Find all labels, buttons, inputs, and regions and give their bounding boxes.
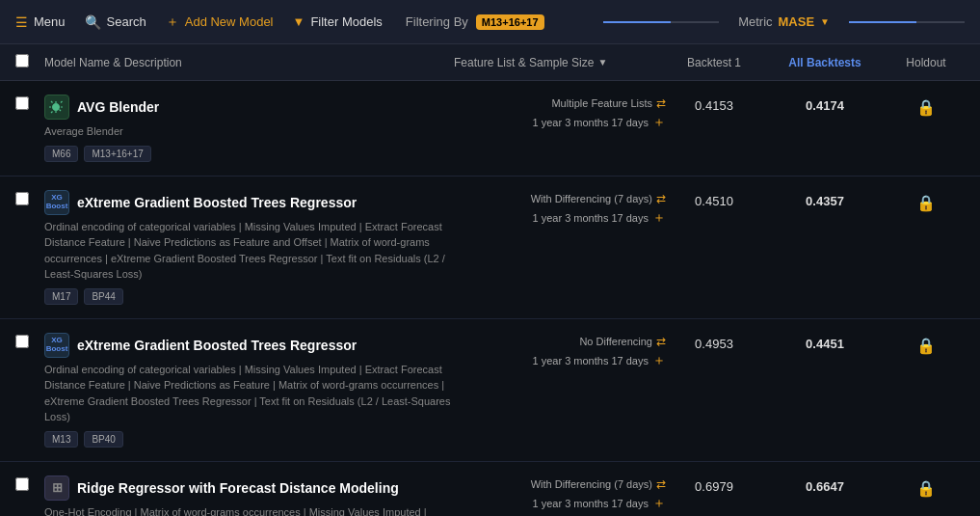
holdout-col-m1: 🔒 xyxy=(887,95,965,117)
feature-date-m3: 1 year 3 months 17 days xyxy=(533,355,649,367)
filter-icon: ▼ xyxy=(293,14,305,29)
model-icon-m4: ⊞ xyxy=(44,475,69,501)
model-desc-m2: Ordinal encoding of categorical variable… xyxy=(44,219,454,283)
metric-value: MASE xyxy=(779,14,815,29)
metric-line-2 xyxy=(849,21,965,23)
plus-nav-icon: ＋ xyxy=(166,14,179,31)
model-tag[interactable]: M13+16+17 xyxy=(84,146,150,162)
model-name-m4: Ridge Regressor with Forecast Distance M… xyxy=(77,480,399,496)
menu-icon: ☰ xyxy=(15,14,28,30)
share-icon-m1[interactable]: ⇄ xyxy=(656,96,666,110)
metric-label: Metric xyxy=(738,14,772,29)
checkbox-m1[interactable] xyxy=(15,96,29,110)
backtest1-val-m2: 0.4510 xyxy=(666,190,762,208)
table-header: Model Name & Description Feature List & … xyxy=(0,44,980,81)
feature-date-m2: 1 year 3 months 17 days xyxy=(533,212,649,224)
allbacktests-val-m4: 0.6647 xyxy=(762,475,887,494)
model-desc-m1: Average Blender xyxy=(44,123,454,140)
table-body: AVG Blender Average Blender M66M13+16+17… xyxy=(0,81,980,516)
share-icon-m4[interactable]: ⇄ xyxy=(656,477,666,491)
feature-filter-icon[interactable]: ▼ xyxy=(597,57,607,68)
filter-models-button[interactable]: ▼ Filter Models xyxy=(293,14,383,29)
col-model-header: Model Name & Description xyxy=(44,56,454,69)
lock-icon-m2: 🔒 xyxy=(916,194,936,212)
row-checkbox-m3[interactable] xyxy=(15,333,44,351)
model-name-m1: AVG Blender xyxy=(77,99,159,115)
share-icon-m3[interactable]: ⇄ xyxy=(656,335,666,348)
table-row: ⊞ Ridge Regressor with Forecast Distance… xyxy=(0,462,980,517)
feature-col-m3: No Differencing ⇄ 1 year 3 months 17 day… xyxy=(454,333,666,369)
backtest1-val-m1: 0.4153 xyxy=(666,95,762,113)
model-desc-m3: Ordinal encoding of categorical variable… xyxy=(44,362,454,425)
allbacktests-val-m3: 0.4451 xyxy=(762,333,887,351)
feature-col-m1: Multiple Feature Lists ⇄ 1 year 3 months… xyxy=(454,95,666,131)
checkbox-m3[interactable] xyxy=(15,335,29,348)
feature-name-m3: No Differencing xyxy=(579,336,652,347)
feature-col-m2: With Differencing (7 days) ⇄ 1 year 3 mo… xyxy=(454,190,666,227)
model-info-m2: XGBoost eXtreme Gradient Boosted Trees R… xyxy=(44,190,454,305)
row-checkbox-m1[interactable] xyxy=(15,95,44,113)
model-tag[interactable]: BP40 xyxy=(84,431,122,448)
add-feature-icon-m2[interactable]: ＋ xyxy=(652,209,666,227)
lock-icon-m4: 🔒 xyxy=(916,479,936,498)
model-name-m3: eXtreme Gradient Boosted Trees Regressor xyxy=(77,338,357,353)
model-icon-m2: XGBoost xyxy=(44,190,69,215)
search-label: Search xyxy=(107,14,146,29)
add-feature-icon-m1[interactable]: ＋ xyxy=(652,114,666,131)
share-icon-m2[interactable]: ⇄ xyxy=(656,192,666,205)
add-feature-icon-m3[interactable]: ＋ xyxy=(652,352,666,369)
checkbox-m2[interactable] xyxy=(15,192,29,205)
model-info-m3: XGBoost eXtreme Gradient Boosted Trees R… xyxy=(44,333,454,448)
checkbox-m4[interactable] xyxy=(15,477,29,491)
filter-badge: M13+16+17 xyxy=(476,14,544,30)
model-info-m4: ⊞ Ridge Regressor with Forecast Distance… xyxy=(44,475,454,517)
filtering-by: Filtering By M13+16+17 xyxy=(406,14,544,30)
backtest1-val-m4: 0.6979 xyxy=(666,475,762,494)
table-row: AVG Blender Average Blender M66M13+16+17… xyxy=(0,81,980,177)
add-feature-icon-m4[interactable]: ＋ xyxy=(652,495,666,512)
model-info-m1: AVG Blender Average Blender M66M13+16+17 xyxy=(44,95,454,162)
menu-label: Menu xyxy=(34,14,66,29)
feature-name-m1: Multiple Feature Lists xyxy=(551,97,652,109)
feature-name-m4: With Differencing (7 days) xyxy=(531,478,652,490)
model-tags-m3: M13BP40 xyxy=(44,431,454,448)
model-tag[interactable]: BP44 xyxy=(84,288,122,305)
model-tag[interactable]: M13 xyxy=(44,431,78,448)
model-name-m2: eXtreme Gradient Boosted Trees Regressor xyxy=(77,195,357,210)
feature-name-m2: With Differencing (7 days) xyxy=(531,193,652,204)
select-all-checkbox[interactable] xyxy=(15,54,29,68)
feature-col-m4: With Differencing (7 days) ⇄ 1 year 3 mo… xyxy=(454,475,666,512)
model-icon-m1 xyxy=(44,95,69,120)
metric-chevron-icon: ▼ xyxy=(820,16,830,27)
row-checkbox-m4[interactable] xyxy=(15,475,44,494)
holdout-col-m2: 🔒 xyxy=(887,190,965,212)
model-tag[interactable]: M17 xyxy=(44,288,78,305)
metric-line xyxy=(603,21,719,23)
holdout-col-m3: 🔒 xyxy=(887,333,965,355)
feature-date-m1: 1 year 3 months 17 days xyxy=(533,117,649,128)
allbacktests-val-m1: 0.4174 xyxy=(762,95,887,113)
model-tags-m1: M66M13+16+17 xyxy=(44,146,454,162)
allbacktests-val-m2: 0.4357 xyxy=(762,190,887,208)
col-feature-header: Feature List & Sample Size ▼ xyxy=(454,56,666,69)
add-model-button[interactable]: ＋ Add New Model xyxy=(166,14,274,31)
add-label: Add New Model xyxy=(185,14,274,29)
menu-button[interactable]: ☰ Menu xyxy=(15,14,66,30)
lock-icon-m3: 🔒 xyxy=(916,337,936,355)
model-icon-m3: XGBoost xyxy=(44,333,69,358)
filter-label: Filter Models xyxy=(310,14,382,29)
col-allbacktests-header[interactable]: All Backtests xyxy=(762,56,887,69)
col-holdout-header: Holdout xyxy=(887,56,965,69)
metric-selector[interactable]: Metric MASE ▼ xyxy=(738,14,830,29)
model-desc-m4: One-Hot Encoding | Matrix of word-grams … xyxy=(44,504,454,517)
model-tag[interactable]: M66 xyxy=(44,146,78,162)
row-checkbox-m2[interactable] xyxy=(15,190,44,208)
table-row: XGBoost eXtreme Gradient Boosted Trees R… xyxy=(0,319,980,462)
backtest1-val-m3: 0.4953 xyxy=(666,333,762,351)
table-row: XGBoost eXtreme Gradient Boosted Trees R… xyxy=(0,177,980,319)
search-button[interactable]: 🔍 Search xyxy=(85,14,146,30)
col-backtest1-header: Backtest 1 xyxy=(666,56,762,69)
holdout-col-m4: 🔒 xyxy=(887,475,965,498)
filtering-by-label: Filtering By xyxy=(406,14,468,29)
search-icon: 🔍 xyxy=(85,14,101,30)
